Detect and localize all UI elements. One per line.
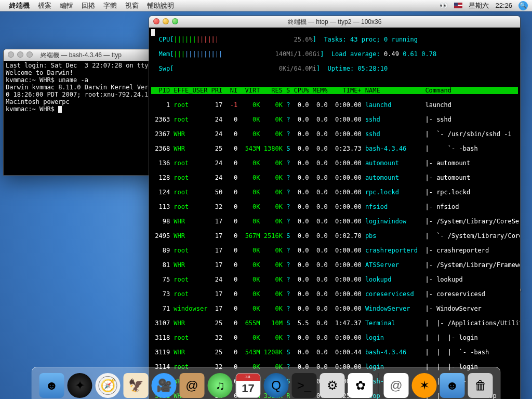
dock-address-book-icon[interactable]: @	[180, 373, 205, 398]
dock-finder-icon[interactable]: ☻	[39, 373, 64, 398]
dock-ichat-icon[interactable]: 🎥	[152, 373, 177, 398]
dock-separator	[378, 373, 379, 398]
dock-system-preferences-icon[interactable]: ⚙	[320, 373, 345, 398]
clock-time: 22:26	[495, 2, 512, 9]
menu-scrollback[interactable]: 回捲	[82, 1, 95, 10]
htop-terminal[interactable]: CPU[|||||||||||| 25.6%] Tasks: 43 proc; …	[149, 28, 520, 399]
process-row[interactable]: 89 root 17 0 0K 0K ? 0.0 0.0 0:00.00 cra…	[151, 247, 518, 254]
process-row[interactable]: 1 root 17 -1 0K 0K ? 0.0 0.0 0:00.00 lau…	[151, 101, 518, 109]
process-row[interactable]: 73 root 17 0 0K 0K ? 0.0 0.0 0:00.00 cor…	[151, 290, 518, 298]
menu-window[interactable]: 視窗	[125, 1, 139, 10]
menu-help[interactable]: 輔助說明	[147, 1, 174, 10]
process-row[interactable]: 2368 WHR 25 0 543M 1380K S 0.0 0.0 0:23.…	[151, 145, 518, 152]
process-row[interactable]: 136 root 24 0 0K 0K ? 0.0 0.0 0:00.00 au…	[151, 159, 518, 167]
process-row[interactable]: 2367 WHR 24 0 0K 0K ? 0.0 0.0 0:00.00 ss…	[151, 130, 518, 138]
process-row[interactable]: 3107 WHR 25 0 655M 10M S 5.5 0.0 1:47.37…	[151, 320, 518, 327]
process-row[interactable]: 113 root 32 0 0K 0K ? 0.0 0.0 0:00.00 nf…	[151, 203, 518, 210]
binoculars-icon[interactable]: 👀	[440, 2, 448, 9]
app-menu[interactable]: 終端機	[9, 1, 30, 10]
spotlight-icon[interactable]: 🔍	[518, 1, 528, 10]
process-row[interactable]: 2495 WHR 17 0 567M 2516K S 0.0 0.0 0:02.…	[151, 232, 518, 240]
minimize-button[interactable]	[163, 18, 169, 24]
process-row[interactable]: 124 root 50 0 0K 0K ? 0.0 0.0 0:00.00 rp…	[151, 189, 518, 196]
bash-titlebar[interactable]: 終端機 — bash-4.3.46 — ttyp	[4, 49, 158, 61]
dock-safari-icon[interactable]: 🧭	[96, 373, 121, 398]
dock-terminal-icon[interactable]: >_	[292, 373, 317, 398]
menu-file[interactable]: 檔案	[38, 1, 51, 10]
htop-window-title: 終端機 — htop — ttyp2 — 100x36	[288, 18, 382, 26]
zoom-button[interactable]	[172, 18, 178, 24]
process-row[interactable]: 81 WHR 17 0 0K 0K ? 0.0 0.0 0:00.00 ATSS…	[151, 261, 518, 269]
dock-site-icon[interactable]: ✶	[412, 373, 437, 398]
dock-spring-icon[interactable]: ✿	[348, 373, 373, 398]
bash-window-title: 終端機 — bash-4.3.46 — ttyp	[41, 51, 122, 60]
us-flag-icon[interactable]	[454, 3, 462, 8]
menubar: 終端機 檔案 編輯 回捲 字體 視窗 輔助說明 👀 星期六 22:26 🔍	[0, 0, 532, 11]
dock-trash-icon[interactable]: 🗑	[468, 373, 493, 398]
process-row[interactable]: 2363 root 24 0 0K 0K ? 0.0 0.0 0:00.00 s…	[151, 116, 518, 123]
bash-window[interactable]: 終端機 — bash-4.3.46 — ttyp Last login: Sat…	[3, 49, 159, 176]
menu-edit[interactable]: 編輯	[60, 1, 73, 10]
htop-titlebar[interactable]: 終端機 — htop — ttyp2 — 100x36	[149, 16, 520, 28]
dock-dashboard-icon[interactable]: ✦	[68, 373, 92, 398]
minimize-button[interactable]	[17, 51, 23, 58]
dock-ical-icon[interactable]: JUL17	[236, 373, 261, 398]
close-button[interactable]	[153, 18, 159, 24]
htop-window[interactable]: 終端機 — htop — ttyp2 — 100x36 CPU[||||||||…	[149, 16, 521, 399]
process-row[interactable]: 3119 WHR 25 0 543M 1208K S 0.0 0.0 0:00.…	[151, 349, 518, 356]
zoom-button[interactable]	[26, 51, 33, 58]
process-row[interactable]: 128 root 24 0 0K 0K ? 0.0 0.0 0:00.00 au…	[151, 174, 518, 181]
process-row[interactable]: 75 root 24 0 0K 0K ? 0.0 0.0 0:00.00 loo…	[151, 276, 518, 283]
dock-mail-icon[interactable]: 🦅	[124, 373, 149, 398]
day-label: 星期六	[469, 1, 489, 10]
dock-finder-min-icon[interactable]: ☻	[440, 373, 465, 398]
close-button[interactable]	[8, 51, 14, 58]
menu-font[interactable]: 字體	[103, 1, 117, 10]
dock: ☻✦🧭🦅🎥@♫JUL17Q>_⚙✿@✶☻🗑	[32, 367, 501, 399]
process-row[interactable]: 71 windowser 17 0 0K 0K ? 0.0 0.0 0:00.0…	[151, 305, 518, 312]
bash-terminal[interactable]: Last login: Sat Dec 3 22:07:28 on ttyWel…	[4, 61, 158, 175]
process-row[interactable]: 3118 root 32 0 0K 0K ? 0.0 0.0 0:00.00 l…	[151, 334, 518, 341]
dock-itunes-icon[interactable]: ♫	[208, 373, 233, 398]
process-row[interactable]: 98 WHR 17 0 0K 0K ? 0.0 0.0 0:00.00 logi…	[151, 218, 518, 225]
dock-quicktime-icon[interactable]: Q	[264, 373, 289, 398]
dock-mail-link-icon[interactable]: @	[384, 373, 409, 398]
